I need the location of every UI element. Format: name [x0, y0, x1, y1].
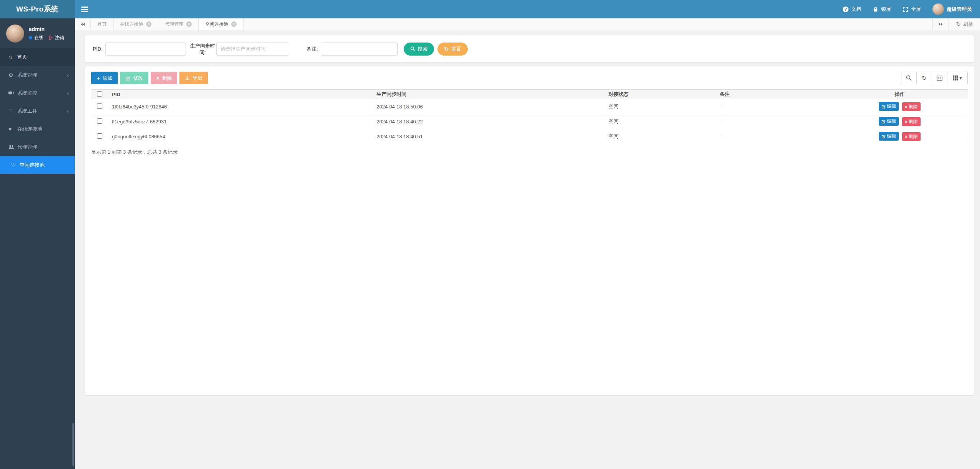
tab-close-icon[interactable]: × — [231, 21, 237, 27]
search-button-label: 搜索 — [418, 46, 428, 52]
select-all-checkbox[interactable] — [97, 91, 102, 97]
edit-button[interactable]: 修改 — [120, 72, 148, 84]
home-icon: ⌂ — [8, 54, 17, 61]
pid-input[interactable] — [105, 43, 186, 56]
reset-refresh-icon: ↻ — [444, 46, 449, 52]
sidebar-item-system-monitor[interactable]: 系统监控 ‹ — [0, 84, 75, 102]
header-status: 对接状态 — [605, 90, 717, 99]
sidebar-item-system-tools[interactable]: ≡ 系统工具 ‹ — [0, 102, 75, 120]
logout-link[interactable]: 注销 — [48, 34, 64, 41]
tab-proxy-management[interactable]: 代理管理 × — [158, 18, 199, 30]
docs-label: 文档 — [851, 6, 861, 13]
row-checkbox[interactable] — [97, 103, 102, 109]
row-edit-label: 编辑 — [887, 118, 896, 125]
sidebar-item-home[interactable]: ⌂ 首页 — [0, 48, 75, 66]
table-toolbar: + 添加 修改 × 删除 导出 — [91, 72, 968, 84]
navbar-username: 超级管理员 — [947, 6, 972, 13]
table-search-button[interactable] — [901, 72, 917, 84]
sidebar-menu: ⌂ 首页 ⚙ 系统管理 ‹ 系统监控 ‹ ≡ 系统工具 ‹ ♥ 在线连接池 — [0, 48, 75, 174]
brand-logo: WS-Pro系统 — [0, 0, 75, 18]
cell-status: 空闲 — [605, 99, 717, 114]
row-edit-button[interactable]: 编辑 — [879, 102, 899, 111]
table-card: + 添加 修改 × 删除 导出 — [85, 66, 974, 395]
sync-time-input[interactable] — [216, 43, 289, 56]
search-form-card: PID: 生产同步时间: 备注: 搜索 ↻ 重置 — [85, 35, 974, 62]
search-button[interactable]: 搜索 — [404, 43, 434, 56]
cell-pid: g0nqootfexigy6l-086654 — [109, 129, 373, 144]
chevron-left-icon: ‹ — [67, 72, 69, 78]
grid-icon — [953, 75, 958, 80]
tabs-scroll-left-button[interactable] — [75, 18, 91, 30]
user-menu[interactable]: 超级管理员 — [932, 3, 972, 15]
note-input[interactable] — [321, 43, 398, 56]
navbar-right: ? 文档 锁屏 全屏 超级管理员 — [843, 3, 972, 15]
tab-bar: 首页 在线连接池 × 代理管理 × 空闲连接池 × ↻ 刷新 — [75, 18, 980, 30]
records-summary: 显示第 1 到第 3 条记录，总共 3 条记录 — [91, 149, 968, 156]
row-checkbox[interactable] — [97, 133, 102, 139]
tab-refresh-button[interactable]: ↻ 刷新 — [949, 18, 980, 30]
online-status-dot — [29, 36, 32, 39]
tab-close-icon[interactable]: × — [146, 21, 151, 27]
cell-sync-time: 2024-04-18 18:40:22 — [373, 114, 605, 129]
menu-toggle-icon[interactable] — [81, 7, 88, 12]
tab-home[interactable]: 首页 — [91, 18, 113, 30]
cell-pid: 1l0fz64be3y45f0-912846 — [109, 99, 373, 114]
online-status-label: 在线 — [34, 34, 43, 41]
docs-link[interactable]: ? 文档 — [843, 6, 861, 13]
tab-label: 代理管理 — [165, 21, 183, 28]
add-button[interactable]: + 添加 — [91, 72, 118, 84]
table-columns-button[interactable]: ▾ — [947, 72, 968, 84]
refresh-icon: ↻ — [956, 21, 961, 28]
tab-content: PID: 生产同步时间: 备注: 搜索 ↻ 重置 + 添加 — [75, 30, 980, 395]
sidebar-scrollbar[interactable] — [72, 423, 74, 466]
row-edit-label: 编辑 — [887, 133, 896, 139]
sidebar-item-label: 系统工具 — [17, 108, 37, 115]
fullscreen-link[interactable]: 全屏 — [903, 6, 921, 13]
sidebar-item-label: 系统监控 — [17, 90, 37, 97]
table-detail-view-button[interactable] — [932, 72, 947, 84]
chevron-left-icon: ‹ — [67, 90, 69, 96]
chevron-left-icon: ‹ — [67, 108, 69, 114]
sync-time-label: 生产同步时间: — [189, 43, 215, 56]
row-delete-button[interactable]: × 删除 — [902, 102, 921, 111]
row-edit-button[interactable]: 编辑 — [879, 132, 899, 141]
row-checkbox[interactable] — [97, 118, 102, 124]
edit-icon — [881, 119, 886, 123]
row-edit-label: 编辑 — [887, 103, 896, 110]
tab-label: 在线连接池 — [120, 21, 143, 28]
heartbeat-icon: ♥ — [8, 126, 17, 132]
refresh-label: 刷新 — [963, 21, 973, 28]
user-avatar[interactable] — [6, 25, 24, 43]
tabs-scroll-right-button[interactable] — [932, 18, 949, 30]
sidebar-item-proxy-management[interactable]: 代理管理 — [0, 138, 75, 156]
cell-note: - — [717, 99, 832, 114]
main-area: 首页 在线连接池 × 代理管理 × 空闲连接池 × ↻ 刷新 PID: — [75, 0, 980, 395]
export-button[interactable]: 导出 — [179, 72, 208, 84]
users-icon — [8, 144, 17, 150]
logout-icon — [48, 35, 53, 40]
tab-idle-pool[interactable]: 空闲连接池 × — [199, 18, 243, 30]
search-icon — [410, 46, 415, 51]
reset-button[interactable]: ↻ 重置 — [437, 43, 468, 56]
reset-button-label: 重置 — [451, 46, 461, 52]
cell-status: 空闲 — [605, 129, 717, 144]
tab-online-pool[interactable]: 在线连接池 × — [113, 18, 158, 30]
lock-screen-link[interactable]: 锁屏 — [873, 6, 891, 13]
sidebar-item-online-pool[interactable]: ♥ 在线连接池 — [0, 120, 75, 138]
sidebar-item-label: 首页 — [17, 54, 27, 61]
row-delete-label: 删除 — [909, 118, 918, 125]
sidebar-user-panel: admin 在线 注销 — [0, 18, 75, 48]
row-delete-button[interactable]: × 删除 — [902, 117, 921, 126]
gear-icon: ⚙ — [8, 72, 17, 78]
row-delete-button[interactable]: × 删除 — [902, 132, 921, 141]
sidebar-item-idle-pool[interactable]: ♡ 空闲连接池 — [0, 156, 75, 174]
row-edit-button[interactable]: 编辑 — [879, 117, 899, 126]
header-note: 备注 — [717, 90, 832, 99]
sidebar: admin 在线 注销 ⌂ 首页 ⚙ 系统管理 ‹ — [0, 18, 75, 469]
delete-button[interactable]: × 删除 — [151, 72, 177, 84]
table-refresh-button[interactable]: ↻ — [916, 72, 932, 84]
sidebar-item-system-management[interactable]: ⚙ 系统管理 ‹ — [0, 66, 75, 84]
row-delete-label: 删除 — [909, 103, 918, 110]
tab-close-icon[interactable]: × — [186, 21, 192, 27]
user-name: admin — [29, 26, 64, 32]
